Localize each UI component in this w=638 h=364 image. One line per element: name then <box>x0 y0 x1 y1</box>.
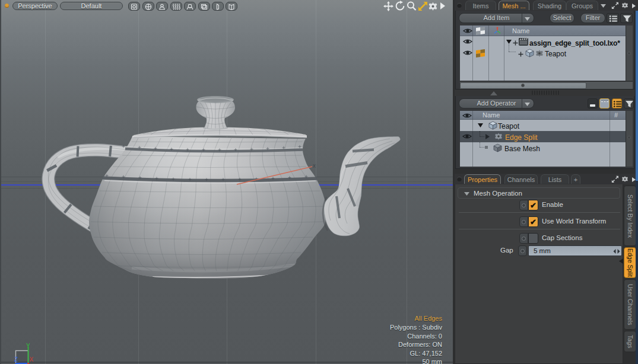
svg-text:Y: Y <box>26 343 30 349</box>
svg-text:Z: Z <box>14 356 18 363</box>
svg-text:x: x <box>313 162 316 169</box>
svg-text:X: X <box>30 356 34 363</box>
